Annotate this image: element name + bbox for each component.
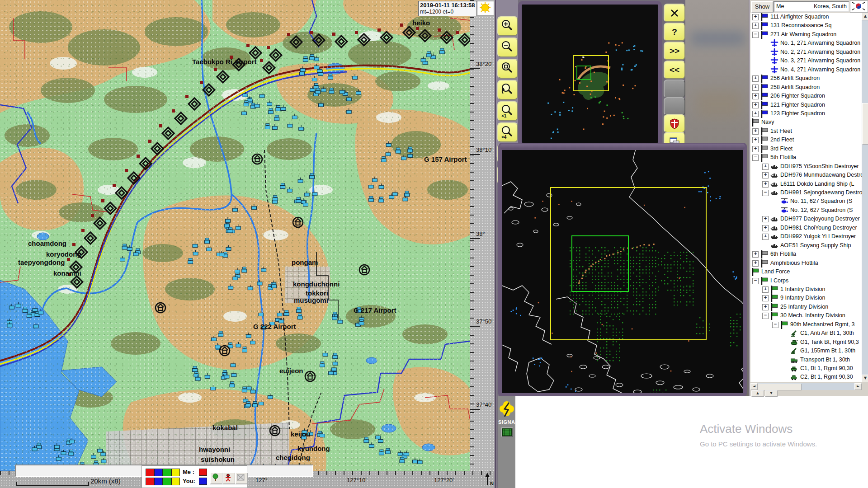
scrollbar-thumb[interactable] — [862, 103, 868, 145]
unit-icon[interactable] — [33, 323, 38, 328]
unit-icon[interactable] — [300, 66, 305, 72]
zoom-in-button[interactable] — [497, 16, 518, 36]
tree-item[interactable]: No. 11, 627 Squadron (S — [750, 197, 862, 206]
expand-icon[interactable]: + — [762, 304, 769, 310]
unit-icon[interactable] — [273, 195, 278, 201]
unit-icon[interactable] — [272, 282, 277, 288]
unit-icon[interactable] — [321, 87, 326, 92]
unit-icon[interactable] — [127, 245, 132, 251]
unit-icon[interactable] — [379, 197, 384, 202]
unit-icon[interactable] — [243, 92, 248, 97]
unit-icon[interactable] — [426, 52, 431, 57]
tree-item[interactable]: Land Force — [750, 267, 862, 276]
shield-button[interactable] — [664, 114, 685, 133]
unit-icon[interactable] — [235, 268, 240, 273]
unit-icon[interactable] — [314, 84, 319, 89]
unit-icon[interactable] — [56, 455, 61, 461]
unit-icon[interactable] — [193, 242, 198, 248]
unit-icon[interactable] — [405, 191, 410, 197]
unit-icon[interactable] — [296, 197, 301, 202]
unit-icon[interactable] — [369, 442, 374, 448]
unit-icon[interactable] — [319, 102, 324, 107]
tree-item[interactable]: +131 Reconnaissance Sq — [750, 21, 862, 30]
unit-icon[interactable] — [379, 450, 384, 455]
unit-icon[interactable] — [386, 150, 391, 156]
unit-icon[interactable] — [304, 191, 309, 197]
unit-icon[interactable] — [226, 217, 231, 223]
zoom-x1-button[interactable]: ×1 — [497, 101, 518, 121]
city-icon[interactable] — [220, 346, 230, 356]
sam-site-icon[interactable] — [456, 31, 470, 46]
sam-site-icon[interactable] — [185, 95, 200, 110]
unit-icon[interactable] — [274, 115, 279, 121]
city-icon[interactable] — [293, 217, 303, 227]
expand-icon[interactable]: + — [762, 172, 769, 178]
tree-item[interactable]: +111 Airfighter Squadron — [750, 13, 862, 21]
unit-icon[interactable] — [193, 250, 198, 255]
unit-icon[interactable] — [236, 342, 241, 347]
unit-icon[interactable] — [281, 105, 286, 111]
unit-icon[interactable] — [215, 343, 220, 348]
theater-map-titlebar[interactable] — [500, 144, 745, 150]
unit-icon[interactable] — [381, 156, 386, 162]
unit-icon[interactable] — [439, 48, 444, 54]
unit-icon[interactable] — [219, 251, 224, 256]
unit-icon[interactable] — [226, 245, 231, 251]
unit-icon[interactable] — [368, 196, 373, 202]
country-flag[interactable] — [850, 0, 868, 13]
tree-item[interactable]: +DDH981 ChoiYoung Destroyer — [750, 224, 862, 232]
expand-icon[interactable]: + — [752, 102, 759, 108]
forward-button[interactable]: >> — [664, 42, 685, 60]
tree-item[interactable]: +121 Fighter Squadron — [750, 101, 862, 109]
unit-icon[interactable] — [310, 173, 315, 178]
unit-icon[interactable] — [255, 102, 259, 108]
sam-site-icon[interactable] — [81, 229, 96, 244]
tree-item[interactable]: +206 Fighter Squadron — [750, 92, 862, 100]
expand-icon[interactable]: + — [752, 128, 759, 135]
zoom-back-button[interactable] — [497, 80, 518, 100]
unit-icon[interactable] — [248, 285, 253, 290]
unit-icon[interactable] — [284, 310, 289, 316]
unit-icon[interactable] — [404, 450, 409, 456]
unit-icon[interactable] — [385, 448, 390, 454]
unit-icon[interactable] — [302, 428, 307, 434]
unit-icon[interactable] — [269, 320, 274, 325]
unit-icon[interactable] — [417, 459, 422, 464]
sam-site-icon[interactable] — [200, 81, 215, 96]
scroll-right-icon[interactable]: ► — [854, 383, 862, 390]
unit-icon[interactable] — [310, 54, 315, 60]
tree-item[interactable]: No. 4, 271 Airwarning Squadron — [750, 66, 862, 74]
unit-icon[interactable] — [69, 450, 74, 455]
unit-icon[interactable] — [188, 258, 193, 264]
tree-down-button[interactable]: ▼ — [765, 390, 778, 397]
city-icon[interactable] — [156, 303, 165, 313]
unit-tree[interactable]: +111 Airfighter Squadron+131 Reconnaissa… — [750, 13, 862, 382]
unit-icon[interactable] — [218, 331, 223, 337]
unit-icon[interactable] — [231, 371, 236, 377]
sam-site-icon[interactable] — [172, 109, 187, 124]
unit-icon[interactable] — [268, 394, 273, 399]
unit-icon[interactable] — [244, 101, 249, 106]
expand-icon[interactable]: + — [762, 181, 769, 188]
unit-icon[interactable] — [16, 302, 21, 307]
sam-site-icon[interactable] — [438, 28, 453, 43]
theater-map-panel[interactable] — [498, 143, 747, 397]
unit-icon[interactable] — [91, 453, 96, 459]
unit-icon[interactable] — [303, 56, 308, 62]
expand-icon[interactable]: + — [752, 111, 759, 117]
unit-icon[interactable] — [231, 361, 236, 367]
zoom-x4-button[interactable]: ×4 — [497, 122, 518, 142]
expand-icon[interactable]: + — [752, 137, 759, 143]
unit-icon[interactable] — [357, 307, 362, 313]
unit-icon[interactable] — [413, 458, 418, 463]
unit-icon[interactable] — [253, 401, 258, 407]
unit-icon[interactable] — [261, 324, 266, 329]
unit-icon[interactable] — [368, 183, 373, 188]
tree-item[interactable]: −271 Air Warning Squadron — [750, 30, 862, 39]
unit-icon[interactable] — [292, 114, 297, 119]
tree-item[interactable]: +3rd Fleet — [750, 145, 862, 153]
backward-button[interactable]: << — [664, 61, 685, 79]
sam-site-icon[interactable] — [287, 33, 302, 48]
unit-icon[interactable] — [379, 183, 384, 189]
unit-icon[interactable] — [61, 450, 66, 455]
